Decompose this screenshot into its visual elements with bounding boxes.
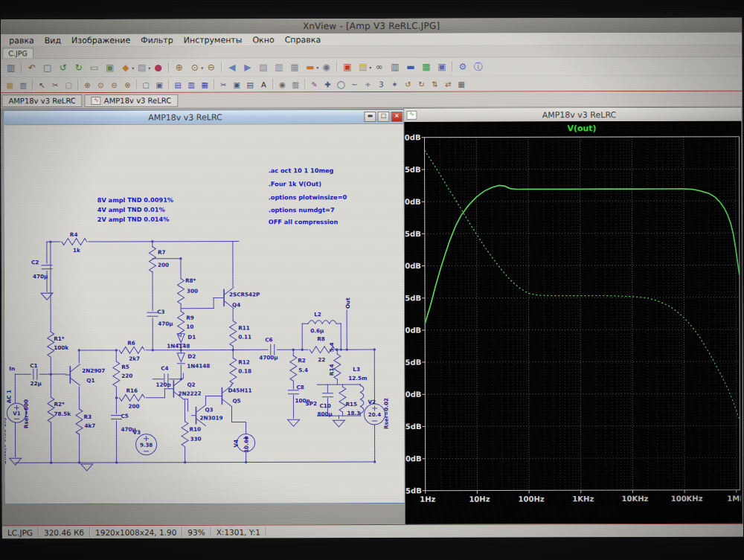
wave-icon[interactable]: ~ bbox=[348, 79, 360, 90]
print-icon[interactable]: ▥ bbox=[388, 60, 402, 74]
plus-icon[interactable]: ✚ bbox=[321, 79, 333, 90]
crop-icon[interactable]: ▢ bbox=[40, 61, 54, 74]
zoom-out-icon[interactable]: ⊖ bbox=[204, 61, 218, 74]
schematic-window-title: AMP18v v3 ReLRC bbox=[6, 112, 364, 123]
print2-icon[interactable]: ▥ bbox=[289, 79, 301, 90]
svg-text:10KHz: 10KHz bbox=[622, 495, 649, 503]
svg-text:Q3: Q3 bbox=[205, 407, 213, 413]
display-icon[interactable]: ▬ bbox=[303, 60, 317, 74]
svg-text:SINE(0 0.55 1k): SINE(0 0.55 1k) bbox=[4, 417, 7, 464]
badge-icon[interactable]: ● bbox=[151, 61, 165, 74]
window-tab-label: AMP18v v3 ReLRC bbox=[8, 97, 75, 105]
lock-info-icon[interactable]: ◉ bbox=[319, 60, 333, 74]
capture-icon[interactable]: ▬ bbox=[403, 60, 417, 74]
rotate-ccw-icon[interactable]: ↺ bbox=[402, 78, 414, 89]
menu-item-6[interactable]: Справка bbox=[280, 35, 327, 45]
prev-image-icon[interactable]: ◀ bbox=[225, 60, 239, 74]
toolbar-separator bbox=[32, 80, 33, 90]
menu-item-1[interactable]: Вид bbox=[39, 36, 66, 45]
tag-icon[interactable]: ◆ bbox=[118, 61, 132, 74]
toolbar-separator bbox=[214, 80, 214, 90]
flip-v-icon[interactable]: ⇅ bbox=[429, 78, 440, 89]
window-tab-1[interactable]: ∿AMP18v v3 ReLRC bbox=[85, 94, 178, 106]
pointer-icon[interactable]: ↖ bbox=[36, 80, 48, 91]
settings-icon[interactable]: ⚙ bbox=[455, 60, 469, 74]
circle-icon[interactable]: ◯ bbox=[335, 79, 347, 90]
file-tab[interactable]: C.JPG bbox=[2, 48, 33, 58]
svg-text:2N3019: 2N3019 bbox=[199, 415, 222, 422]
channel-red-icon[interactable]: ▤ bbox=[172, 79, 184, 90]
dropdown-arrow-icon[interactable]: ▾ bbox=[369, 65, 371, 70]
save-icon[interactable]: ▥ bbox=[4, 61, 18, 74]
menu-item-2[interactable]: Изображение bbox=[66, 35, 135, 45]
zoom-fit-icon[interactable]: ⊗ bbox=[121, 79, 133, 90]
convert-icon[interactable]: ▣ bbox=[103, 61, 117, 74]
thumbnail-icon[interactable]: ▤ bbox=[135, 61, 149, 74]
lock-icon[interactable]: ◉ bbox=[276, 79, 288, 90]
scissors-icon[interactable]: ✂ bbox=[217, 79, 229, 90]
browser-icon[interactable]: ▣ bbox=[434, 60, 449, 74]
info-icon[interactable]: ⓘ bbox=[471, 60, 485, 74]
rotate-cw-icon[interactable]: ↻ bbox=[415, 78, 427, 89]
menu-item-0[interactable]: равка bbox=[4, 36, 39, 45]
svg-text:R10: R10 bbox=[190, 426, 202, 433]
svg-text:30dB: 30dB bbox=[404, 133, 420, 141]
dropdown-arrow-icon[interactable]: ▾ bbox=[316, 65, 318, 70]
copy-page-icon[interactable]: ▦ bbox=[287, 60, 301, 74]
find-text-icon[interactable]: A bbox=[257, 79, 269, 90]
svg-text:-25dB: -25dB bbox=[404, 486, 421, 495]
next-image-icon[interactable]: ▶ bbox=[240, 60, 254, 74]
three-icon[interactable]: 3 bbox=[375, 78, 387, 89]
flip-h-icon[interactable]: ⇄ bbox=[442, 78, 454, 89]
delete-icon[interactable]: ▢ bbox=[62, 80, 74, 91]
channel-blue-icon[interactable]: ▦ bbox=[199, 79, 211, 90]
channel-green-icon[interactable]: ▥ bbox=[185, 79, 197, 90]
page-last-icon[interactable]: ▥ bbox=[272, 60, 286, 74]
undo-icon[interactable]: ↶ bbox=[25, 61, 39, 74]
svg-text:D45H11: D45H11 bbox=[228, 387, 251, 393]
fullscreen-icon[interactable]: ▣ bbox=[340, 60, 354, 74]
minimize-icon: ▬ bbox=[364, 112, 376, 122]
rotate-left-icon[interactable]: ↺ bbox=[56, 61, 70, 74]
svg-text:10: 10 bbox=[186, 324, 193, 330]
divide-icon[interactable]: ÷ bbox=[362, 78, 373, 89]
svg-text:C10: C10 bbox=[319, 402, 330, 409]
copy-icon[interactable]: ▣ bbox=[231, 79, 243, 90]
zoom-out2-icon[interactable]: ⊖ bbox=[108, 79, 120, 90]
dropdown-arrow-icon[interactable]: ▾ bbox=[148, 65, 150, 70]
zoom-orig-icon[interactable]: ⊙ bbox=[94, 79, 106, 90]
paste-icon[interactable]: ▤ bbox=[244, 79, 256, 90]
svg-text:.options plotwinsize=0: .options plotwinsize=0 bbox=[269, 193, 347, 201]
menu-item-5[interactable]: Окно bbox=[247, 35, 279, 45]
zoom-in-icon[interactable]: ⊕ bbox=[172, 61, 186, 74]
svg-text:15dB: 15dB bbox=[404, 230, 420, 238]
export-icon[interactable]: ▦ bbox=[419, 60, 433, 74]
rotate-right-icon[interactable]: ↻ bbox=[71, 61, 86, 74]
slideshow-icon[interactable]: ▤ bbox=[356, 60, 370, 74]
select-all-icon[interactable]: ▣ bbox=[153, 79, 165, 90]
svg-text:D2: D2 bbox=[187, 353, 196, 360]
resize-icon[interactable]: ▭ bbox=[87, 61, 101, 74]
save-image-icon[interactable]: ▥ bbox=[17, 80, 29, 91]
cut-tool-icon[interactable]: ✂ bbox=[49, 80, 61, 91]
star-icon[interactable]: ✶ bbox=[388, 78, 400, 89]
svg-text:470µ: 470µ bbox=[158, 321, 173, 327]
image-viewer-canvas[interactable]: AMP18v v3 ReLRC ▬ □ × 8V ampl TND 0.0091… bbox=[1, 107, 743, 526]
svg-text:Q4: Q4 bbox=[232, 301, 240, 308]
dropdown-arrow-icon[interactable]: ▾ bbox=[201, 65, 203, 70]
window-tab-0[interactable]: AMP18v v3 ReLRC bbox=[1, 94, 82, 107]
zoom-in2-icon[interactable]: ⊕ bbox=[81, 79, 93, 90]
open-icon[interactable]: ▦ bbox=[4, 80, 16, 91]
svg-text:4k7: 4k7 bbox=[85, 422, 96, 429]
toolbar-separator bbox=[168, 80, 169, 90]
menu-item-4[interactable]: Инструменты bbox=[179, 35, 248, 45]
dropdown-arrow-icon[interactable]: ▾ bbox=[132, 65, 134, 70]
select-icon[interactable]: ▢ bbox=[140, 79, 152, 90]
zoom-lens-icon[interactable]: ⊙ bbox=[187, 61, 202, 74]
pencil-icon[interactable]: ✎ bbox=[308, 79, 320, 90]
find-icon[interactable]: ∞ bbox=[372, 60, 386, 74]
maximize-icon: □ bbox=[377, 112, 389, 122]
grid-icon[interactable]: ▦ bbox=[455, 78, 467, 89]
page-first-icon[interactable]: ▤ bbox=[256, 60, 270, 74]
menu-item-3[interactable]: Фильтр bbox=[135, 35, 179, 45]
